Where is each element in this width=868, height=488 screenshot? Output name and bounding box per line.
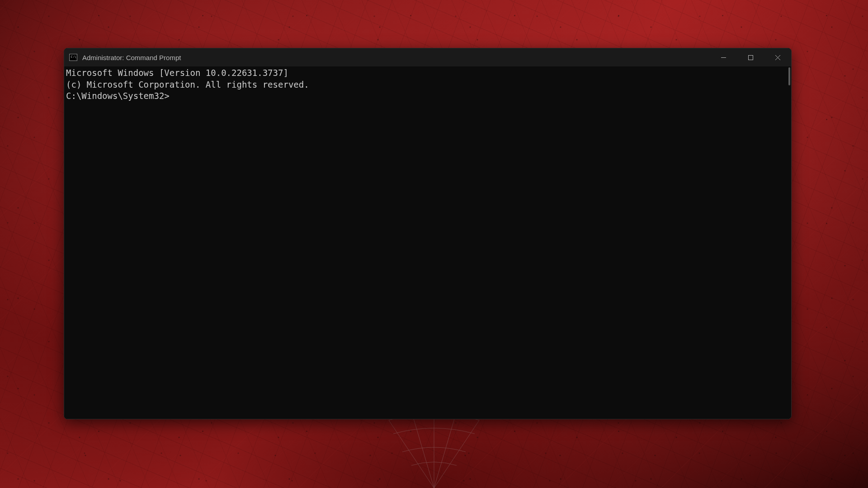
terminal-line: (c) Microsoft Corporation. All rights re… <box>66 79 789 91</box>
svg-rect-3 <box>748 55 753 60</box>
scrollbar[interactable] <box>786 67 790 418</box>
window-controls <box>710 48 791 66</box>
svg-text:C:\: C:\ <box>71 55 76 59</box>
command-prompt-window: C:\ Administrator: Command Prompt Micros… <box>64 48 792 419</box>
terminal-line: Microsoft Windows [Version 10.0.22631.37… <box>66 67 789 79</box>
terminal-output[interactable]: Microsoft Windows [Version 10.0.22631.37… <box>64 66 791 419</box>
scrollbar-thumb[interactable] <box>788 67 790 85</box>
maximize-button[interactable] <box>737 48 764 66</box>
terminal-prompt: C:\Windows\System32> <box>66 90 789 102</box>
close-button[interactable] <box>764 48 791 66</box>
window-title: Administrator: Command Prompt <box>82 54 710 61</box>
cmd-icon: C:\ <box>69 53 78 62</box>
titlebar[interactable]: C:\ Administrator: Command Prompt <box>64 48 791 66</box>
minimize-button[interactable] <box>710 48 737 66</box>
